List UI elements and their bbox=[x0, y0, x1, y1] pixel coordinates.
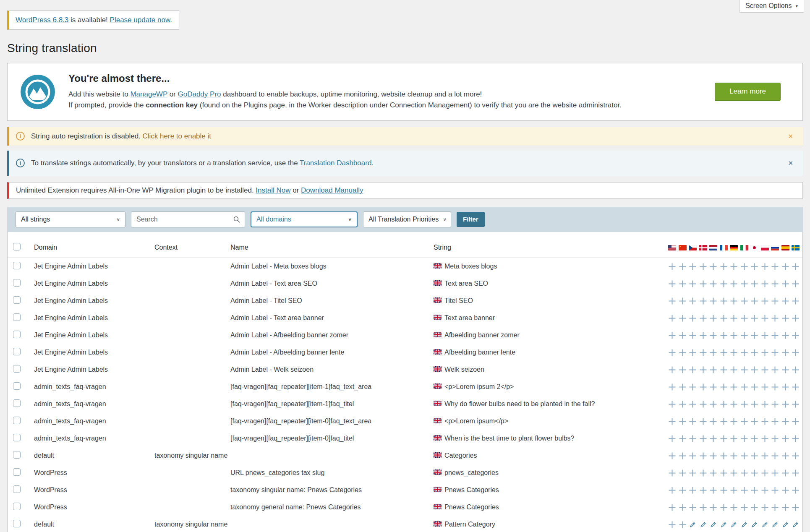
add-translation-button[interactable] bbox=[709, 280, 717, 288]
add-translation-button[interactable] bbox=[750, 469, 758, 477]
dismiss-notice-icon[interactable]: ✕ bbox=[785, 132, 796, 141]
add-translation-button[interactable] bbox=[668, 297, 676, 305]
row-checkbox[interactable] bbox=[13, 434, 21, 441]
add-translation-button[interactable] bbox=[781, 486, 789, 494]
edit-translation-button[interactable] bbox=[730, 521, 737, 528]
add-translation-button[interactable] bbox=[761, 400, 769, 408]
add-translation-button[interactable] bbox=[771, 366, 779, 374]
add-translation-button[interactable] bbox=[679, 435, 687, 443]
add-translation-button[interactable] bbox=[761, 297, 769, 305]
add-translation-button[interactable] bbox=[781, 314, 789, 322]
add-translation-button[interactable] bbox=[792, 452, 800, 460]
add-translation-button[interactable] bbox=[699, 280, 707, 288]
row-checkbox[interactable] bbox=[13, 279, 21, 287]
add-translation-button[interactable] bbox=[781, 417, 789, 425]
add-translation-button[interactable] bbox=[668, 280, 676, 288]
add-translation-button[interactable] bbox=[761, 469, 769, 477]
add-translation-button[interactable] bbox=[771, 400, 779, 408]
add-translation-button[interactable] bbox=[730, 486, 738, 494]
add-translation-button[interactable] bbox=[740, 417, 748, 425]
add-translation-button[interactable] bbox=[771, 263, 779, 271]
add-translation-button[interactable] bbox=[668, 263, 676, 271]
add-translation-button[interactable] bbox=[750, 297, 758, 305]
add-translation-button[interactable] bbox=[679, 486, 687, 494]
row-checkbox[interactable] bbox=[13, 485, 21, 493]
edit-translation-button[interactable] bbox=[761, 521, 768, 528]
add-translation-button[interactable] bbox=[750, 366, 758, 374]
add-translation-button[interactable] bbox=[699, 383, 707, 391]
add-translation-button[interactable] bbox=[750, 417, 758, 425]
row-checkbox[interactable] bbox=[13, 262, 21, 269]
add-translation-button[interactable] bbox=[679, 400, 687, 408]
add-translation-button[interactable] bbox=[709, 331, 717, 339]
add-translation-button[interactable] bbox=[771, 280, 779, 288]
add-translation-button[interactable] bbox=[679, 503, 687, 511]
add-translation-button[interactable] bbox=[730, 469, 738, 477]
add-translation-button[interactable] bbox=[771, 486, 779, 494]
translation-dashboard-link[interactable]: Translation Dashboard bbox=[300, 159, 371, 167]
row-checkbox[interactable] bbox=[13, 520, 21, 527]
add-translation-button[interactable] bbox=[771, 435, 779, 443]
edit-translation-button[interactable] bbox=[792, 521, 799, 528]
add-translation-button[interactable] bbox=[689, 331, 697, 339]
add-translation-button[interactable] bbox=[689, 469, 697, 477]
add-translation-button[interactable] bbox=[709, 452, 717, 460]
add-translation-button[interactable] bbox=[781, 280, 789, 288]
add-translation-button[interactable] bbox=[730, 366, 738, 374]
add-translation-button[interactable] bbox=[699, 400, 707, 408]
add-translation-button[interactable] bbox=[679, 297, 687, 305]
add-translation-button[interactable] bbox=[750, 486, 758, 494]
add-translation-button[interactable] bbox=[740, 331, 748, 339]
add-translation-button[interactable] bbox=[720, 263, 728, 271]
add-translation-button[interactable] bbox=[699, 503, 707, 511]
add-translation-button[interactable] bbox=[781, 400, 789, 408]
add-translation-button[interactable] bbox=[761, 452, 769, 460]
add-translation-button[interactable] bbox=[771, 417, 779, 425]
add-translation-button[interactable] bbox=[761, 314, 769, 322]
add-translation-button[interactable] bbox=[761, 383, 769, 391]
add-translation-button[interactable] bbox=[689, 349, 697, 357]
add-translation-button[interactable] bbox=[730, 417, 738, 425]
add-translation-button[interactable] bbox=[709, 349, 717, 357]
row-checkbox[interactable] bbox=[13, 331, 21, 338]
add-translation-button[interactable] bbox=[781, 297, 789, 305]
add-translation-button[interactable] bbox=[668, 366, 676, 374]
add-translation-button[interactable] bbox=[689, 435, 697, 443]
add-translation-button[interactable] bbox=[771, 383, 779, 391]
add-translation-button[interactable] bbox=[740, 452, 748, 460]
add-translation-button[interactable] bbox=[699, 486, 707, 494]
add-translation-button[interactable] bbox=[761, 349, 769, 357]
search-input[interactable] bbox=[136, 216, 233, 223]
add-translation-button[interactable] bbox=[792, 280, 800, 288]
row-checkbox[interactable] bbox=[13, 468, 21, 476]
add-translation-button[interactable] bbox=[668, 417, 676, 425]
add-translation-button[interactable] bbox=[709, 417, 717, 425]
add-translation-button[interactable] bbox=[668, 469, 676, 477]
add-translation-button[interactable] bbox=[771, 314, 779, 322]
add-translation-button[interactable] bbox=[750, 383, 758, 391]
add-translation-button[interactable] bbox=[679, 314, 687, 322]
edit-translation-button[interactable] bbox=[741, 521, 748, 528]
add-translation-button[interactable] bbox=[689, 280, 697, 288]
add-translation-button[interactable] bbox=[699, 314, 707, 322]
add-translation-button[interactable] bbox=[668, 521, 676, 529]
add-translation-button[interactable] bbox=[689, 417, 697, 425]
add-translation-button[interactable] bbox=[792, 469, 800, 477]
add-translation-button[interactable] bbox=[792, 486, 800, 494]
edit-translation-button[interactable] bbox=[710, 521, 717, 528]
row-checkbox[interactable] bbox=[13, 348, 21, 355]
add-translation-button[interactable] bbox=[720, 469, 728, 477]
add-translation-button[interactable] bbox=[740, 383, 748, 391]
add-translation-button[interactable] bbox=[792, 331, 800, 339]
add-translation-button[interactable] bbox=[699, 452, 707, 460]
add-translation-button[interactable] bbox=[792, 366, 800, 374]
add-translation-button[interactable] bbox=[730, 314, 738, 322]
add-translation-button[interactable] bbox=[771, 349, 779, 357]
add-translation-button[interactable] bbox=[689, 297, 697, 305]
add-translation-button[interactable] bbox=[720, 314, 728, 322]
add-translation-button[interactable] bbox=[699, 297, 707, 305]
add-translation-button[interactable] bbox=[792, 263, 800, 271]
install-now-link[interactable]: Install Now bbox=[256, 186, 290, 194]
add-translation-button[interactable] bbox=[709, 366, 717, 374]
add-translation-button[interactable] bbox=[761, 503, 769, 511]
